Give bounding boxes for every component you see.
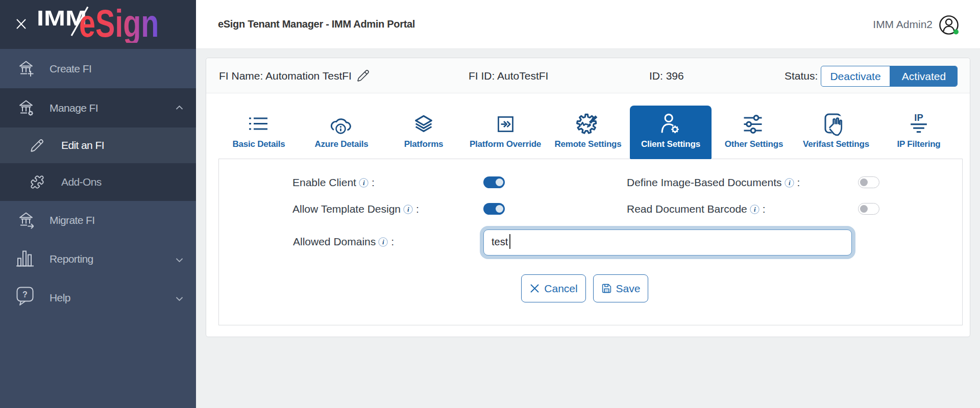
svg-text:i: i (407, 205, 409, 213)
svg-text:i: i (788, 178, 790, 186)
svg-text:i: i (754, 205, 756, 213)
svg-text:i: i (363, 178, 365, 186)
svg-text:IP: IP (914, 113, 923, 123)
svg-text:i: i (382, 238, 384, 245)
svg-text:?: ? (22, 290, 28, 299)
